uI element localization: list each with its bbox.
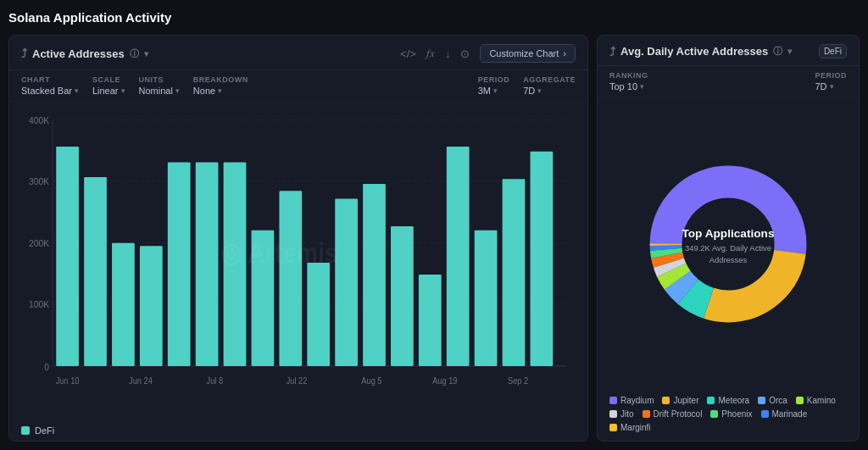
- defi-tag[interactable]: DeFi: [819, 44, 847, 58]
- svg-text:Top Applications: Top Applications: [682, 227, 775, 240]
- legend-item: Kamino: [796, 396, 836, 405]
- units-chevron-icon: ▾: [175, 86, 180, 95]
- legend-swatch: [643, 410, 650, 418]
- right-title-chevron-icon[interactable]: ▾: [787, 47, 792, 56]
- period-select[interactable]: 3M ▾: [478, 86, 510, 96]
- main-row: ⤴ Active Addresses ⓘ ▾ </> 𝑓𝑥 ↓ ⊙ Custom…: [8, 35, 860, 442]
- svg-text:Jun 24: Jun 24: [129, 375, 153, 386]
- code-icon[interactable]: </>: [400, 47, 416, 60]
- svg-text:100K: 100K: [29, 299, 50, 310]
- svg-text:0: 0: [44, 361, 49, 372]
- legend-item: Orca: [758, 396, 787, 405]
- ranking-label: RANKING: [609, 71, 648, 80]
- legend-swatch: [758, 397, 765, 404]
- period-label: PERIOD: [478, 75, 510, 84]
- legend-item-label: Orca: [769, 396, 787, 405]
- svg-text:400K: 400K: [29, 115, 50, 126]
- units-control: UNITS Nominal ▾: [139, 75, 180, 96]
- left-panel-header: ⤴ Active Addresses ⓘ ▾ </> 𝑓𝑥 ↓ ⊙ Custom…: [9, 36, 587, 70]
- breakdown-value: None: [193, 86, 215, 96]
- donut-area: Top Applications 349.2K Avg. Daily Activ…: [598, 97, 859, 391]
- scale-select[interactable]: Linear ▾: [92, 86, 125, 96]
- aggregate-select[interactable]: 7D ▾: [523, 86, 576, 96]
- scale-control: SCALE Linear ▾: [92, 75, 125, 96]
- svg-text:Jul 22: Jul 22: [287, 375, 308, 386]
- legend-item-label: Raydium: [620, 396, 654, 405]
- svg-text:Aug 5: Aug 5: [361, 375, 382, 386]
- svg-rect-26: [475, 231, 498, 366]
- units-label: UNITS: [139, 75, 180, 84]
- right-controls: PERIOD 3M ▾ AGGREGATE 7D ▾: [478, 75, 576, 96]
- header-actions: </> 𝑓𝑥 ↓ ⊙ Customize Chart ›: [400, 44, 576, 63]
- svg-rect-27: [503, 179, 526, 366]
- legend-item-label: Meteora: [718, 396, 749, 405]
- scale-chevron-icon: ▾: [121, 86, 125, 95]
- period-chevron-icon: ▾: [493, 86, 498, 95]
- svg-text:300K: 300K: [29, 176, 50, 187]
- units-select[interactable]: Nominal ▾: [139, 86, 180, 96]
- svg-rect-22: [363, 184, 386, 366]
- legend-item: Raydium: [609, 396, 654, 405]
- chart-select[interactable]: Stacked Bar ▾: [21, 86, 79, 96]
- ranking-chevron-icon: ▾: [640, 82, 644, 91]
- right-panel-title-text: Avg. Daily Active Addresses: [620, 45, 768, 58]
- left-panel-title-text: Active Addresses: [32, 47, 125, 60]
- formula-icon[interactable]: 𝑓𝑥: [426, 47, 435, 60]
- svg-rect-20: [307, 263, 330, 366]
- legend-color-dot: [21, 426, 30, 435]
- svg-rect-28: [531, 152, 554, 366]
- units-value: Nominal: [139, 86, 173, 96]
- legend-item: Drift Protocol: [643, 409, 703, 419]
- right-info-icon[interactable]: ⓘ: [773, 45, 782, 58]
- ranking-select[interactable]: Top 10 ▾: [609, 81, 648, 92]
- download-icon[interactable]: ↓: [445, 47, 451, 60]
- legend-item: Marinade: [761, 409, 808, 419]
- legend-item-label: Jito: [620, 409, 634, 419]
- chart-label: CHART: [21, 75, 79, 84]
- svg-rect-21: [335, 199, 358, 366]
- chart-chevron-icon: ▾: [75, 86, 79, 95]
- legend-label: DeFi: [35, 425, 54, 436]
- right-period-value: 7D: [815, 81, 826, 92]
- scale-value: Linear: [92, 86, 119, 96]
- svg-rect-11: [56, 147, 79, 366]
- customize-chevron-icon: ›: [563, 48, 566, 58]
- app-title: Solana Application Activity: [8, 8, 860, 28]
- breakdown-chevron-icon: ▾: [218, 86, 222, 95]
- right-period-control: PERIOD 7D ▾: [815, 71, 847, 92]
- aggregate-chevron-icon: ▾: [537, 86, 542, 95]
- scale-label: SCALE: [92, 75, 125, 84]
- chart-legend: DeFi: [9, 420, 587, 441]
- camera-icon[interactable]: ⊙: [460, 47, 470, 60]
- svg-rect-14: [140, 246, 163, 366]
- legend-item-label: Marinade: [772, 409, 808, 419]
- period-control: PERIOD 3M ▾: [478, 75, 510, 96]
- chart-area: 400K 300K 200K 100K 0: [9, 102, 587, 420]
- breakdown-select[interactable]: None ▾: [193, 86, 248, 96]
- info-icon[interactable]: ⓘ: [130, 47, 139, 60]
- customize-chart-button[interactable]: Customize Chart ›: [480, 44, 576, 63]
- legend-item-label: Jupiter: [673, 396, 698, 405]
- svg-rect-12: [84, 177, 107, 366]
- legend-swatch: [609, 397, 617, 404]
- title-chevron-icon[interactable]: ▾: [144, 49, 148, 58]
- bar-chart: 400K 300K 200K 100K 0: [18, 110, 576, 415]
- right-period-select[interactable]: 7D ▾: [815, 81, 847, 92]
- ranking-control: RANKING Top 10 ▾: [609, 71, 648, 92]
- legend-item: Phoenix: [710, 409, 752, 419]
- customize-btn-label: Customize Chart: [489, 48, 559, 58]
- svg-rect-13: [112, 243, 135, 366]
- svg-text:Sep 2: Sep 2: [508, 375, 528, 386]
- right-period-label: PERIOD: [815, 71, 847, 80]
- breakdown-label: BREAKDOWN: [193, 75, 248, 84]
- svg-rect-15: [168, 163, 191, 366]
- chart-line-icon: ⤴: [21, 47, 27, 60]
- legend-swatch: [609, 410, 617, 418]
- ranking-value: Top 10: [609, 81, 637, 92]
- legend-item: Meteora: [707, 396, 749, 405]
- right-panel-title: ⤴ Avg. Daily Active Addresses ⓘ ▾: [609, 45, 792, 58]
- right-controls-row: RANKING Top 10 ▾ PERIOD 7D ▾: [598, 66, 859, 97]
- legend-swatch: [707, 397, 715, 404]
- chart-control: CHART Stacked Bar ▾: [21, 75, 79, 96]
- donut-legend: Raydium Jupiter Meteora Orca Kamino Jito…: [598, 391, 859, 441]
